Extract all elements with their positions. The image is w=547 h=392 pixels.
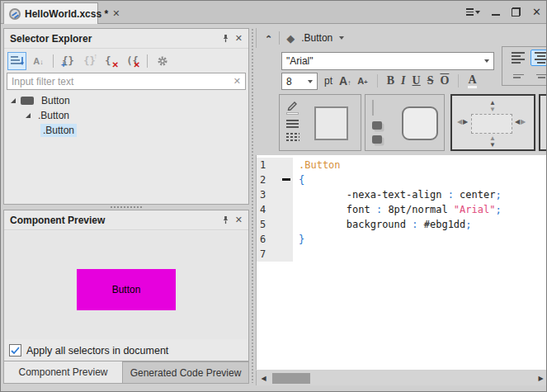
font-size-value: 8	[286, 76, 308, 87]
toolbar-separator	[377, 74, 378, 87]
expand-right-icon[interactable]: ◀	[515, 119, 520, 125]
minimize-button[interactable]	[492, 9, 500, 16]
tree-item[interactable]: Button	[4, 93, 248, 108]
code-line[interactable]: 1.Button	[257, 158, 547, 172]
line-number: 4	[257, 202, 281, 217]
line-number: 1	[257, 158, 281, 172]
border-style-group[interactable]	[279, 94, 361, 151]
move-selector-button-disabled[interactable]: {}↑	[80, 52, 99, 70]
tree-item[interactable]: .Button	[4, 123, 248, 138]
component-preview-header: Component Preview ✕	[4, 210, 248, 230]
window-menu-button[interactable]	[466, 8, 480, 16]
border-preview-box[interactable]	[314, 106, 348, 140]
expand-left-icon[interactable]: ▶	[463, 119, 468, 125]
shrink-right-icon[interactable]: ▶	[521, 119, 526, 125]
italic-button[interactable]: I	[401, 75, 405, 87]
tab-close-icon[interactable]: ✕	[112, 9, 120, 18]
code-line[interactable]: 5 background : #ebg1dd;	[257, 217, 547, 232]
selector-explorer-panel: Selector Explorer ✕ A↓ {}+ {}↑	[3, 28, 249, 205]
scroll-right-icon[interactable]: ▶	[534, 371, 547, 385]
fold-margin[interactable]	[281, 172, 293, 187]
document-tab[interactable]: HelloWorld.xcss * ✕	[3, 2, 98, 24]
previewed-button[interactable]: Button	[77, 269, 176, 310]
underline-button[interactable]: U	[413, 75, 421, 87]
shrink-font-button[interactable]: A+	[357, 77, 368, 86]
fill-gradient-icon	[372, 121, 382, 130]
code-line[interactable]: 7	[257, 247, 547, 262]
close-button[interactable]: ✕	[532, 7, 541, 17]
tree-item-label: .Button	[35, 109, 72, 122]
tree-item[interactable]: .Button	[4, 108, 248, 123]
sort-alphabetical-button[interactable]: A↓	[29, 52, 48, 70]
code-line[interactable]: 6}	[257, 232, 547, 247]
font-color-button[interactable]: A	[468, 74, 476, 88]
pin-icon[interactable]	[221, 215, 230, 224]
shrink-left-icon[interactable]: ◀	[457, 119, 462, 125]
padding-preview-box[interactable]	[471, 114, 512, 134]
add-selector-button[interactable]: {}+	[59, 52, 78, 70]
expand-down-icon[interactable]: ▼	[489, 142, 496, 149]
background-preview-box[interactable]	[402, 106, 438, 140]
bold-button[interactable]: B	[387, 75, 394, 87]
code-text: .Button	[293, 158, 341, 172]
scrollbar-thumb[interactable]	[272, 373, 310, 384]
grow-font-button[interactable]: A↑	[339, 75, 351, 87]
tree-expander-icon[interactable]	[26, 113, 31, 118]
strikethrough-button[interactable]: S	[427, 75, 434, 87]
shrink-down-icon[interactable]: ▼	[489, 106, 496, 113]
fill-color-icon	[372, 101, 382, 116]
tab-component-preview[interactable]: Component Preview	[3, 361, 123, 384]
restore-button[interactable]	[512, 7, 521, 17]
component-preview-panel: Component Preview ✕ Button Apply all sel…	[3, 210, 249, 361]
align-left-button[interactable]	[507, 50, 529, 66]
tree-item-label: Button	[39, 94, 73, 107]
editor-horizontal-scrollbar[interactable]: ◀ ▶	[256, 371, 547, 385]
code-line[interactable]: 4 font : 8pt/normal "Arial";	[257, 202, 547, 217]
panel-title: Selector Explorer	[10, 33, 216, 45]
chevron-down-icon[interactable]	[339, 36, 344, 40]
sort-by-hierarchy-button[interactable]	[7, 52, 26, 70]
background-style-group[interactable]	[365, 94, 445, 151]
line-number: 6	[257, 232, 281, 247]
margin-padding-group[interactable]: ▲ ▼ ▲ ▼ ◀ ▶ ◀ ▶	[450, 94, 535, 151]
filter-input[interactable]	[12, 76, 233, 87]
delete-all-selectors-button[interactable]: ({✕	[123, 52, 142, 70]
code-line[interactable]: 3 -nexa-text-align : center;	[257, 187, 547, 202]
code-lines: 1.Button2{3 -nexa-text-align : center;4 …	[257, 158, 547, 262]
breadcrumb: ⌃ ◆ .Button	[256, 28, 547, 48]
code-text: -nexa-text-align : center;	[293, 187, 502, 202]
delete-selector-button[interactable]: { ✕	[101, 52, 120, 70]
tree-expander-icon[interactable]	[11, 98, 16, 103]
close-icon[interactable]: ✕	[235, 215, 243, 225]
window-controls: ✕	[466, 7, 541, 17]
fill-shadow-icon	[372, 135, 382, 144]
selector-explorer-toolbar: A↓ {}+ {}↑ { ✕ ({✕	[4, 49, 248, 73]
apply-selectors-checkbox[interactable]	[9, 344, 21, 357]
scroll-left-icon[interactable]: ◀	[257, 371, 271, 385]
settings-gear-icon[interactable]	[153, 52, 172, 70]
overline-button[interactable]: O	[440, 75, 449, 87]
border-width-icon	[286, 120, 299, 128]
valign-top-button[interactable]	[507, 68, 529, 84]
close-icon[interactable]: ✕	[235, 33, 243, 44]
font-size-combo[interactable]: 8	[281, 73, 318, 90]
line-number: 2	[257, 172, 281, 187]
clear-filter-icon[interactable]: ✕	[233, 76, 241, 87]
chevron-down-icon	[484, 59, 489, 63]
code-text: }	[293, 232, 304, 247]
breadcrumb-separator	[279, 31, 280, 45]
tab-generated-code-preview[interactable]: Generated Code Preview	[123, 361, 249, 384]
fold-collapse-icon[interactable]	[282, 178, 290, 181]
pencil-icon	[286, 101, 299, 115]
fold-margin	[281, 232, 293, 247]
code-line[interactable]: 2{	[257, 172, 547, 187]
chevron-up-icon[interactable]: ⌃	[265, 35, 272, 44]
code-editor[interactable]: 1.Button2{3 -nexa-text-align : center;4 …	[256, 155, 547, 370]
selector-filter-field: ✕	[7, 73, 246, 90]
align-center-button[interactable]	[530, 50, 547, 66]
clipped-style-group[interactable]	[539, 94, 547, 151]
vertical-splitter[interactable]	[249, 28, 256, 383]
valign-middle-button[interactable]	[530, 68, 547, 84]
pin-icon[interactable]	[221, 34, 230, 43]
font-family-combo[interactable]: "Arial"	[281, 52, 494, 70]
